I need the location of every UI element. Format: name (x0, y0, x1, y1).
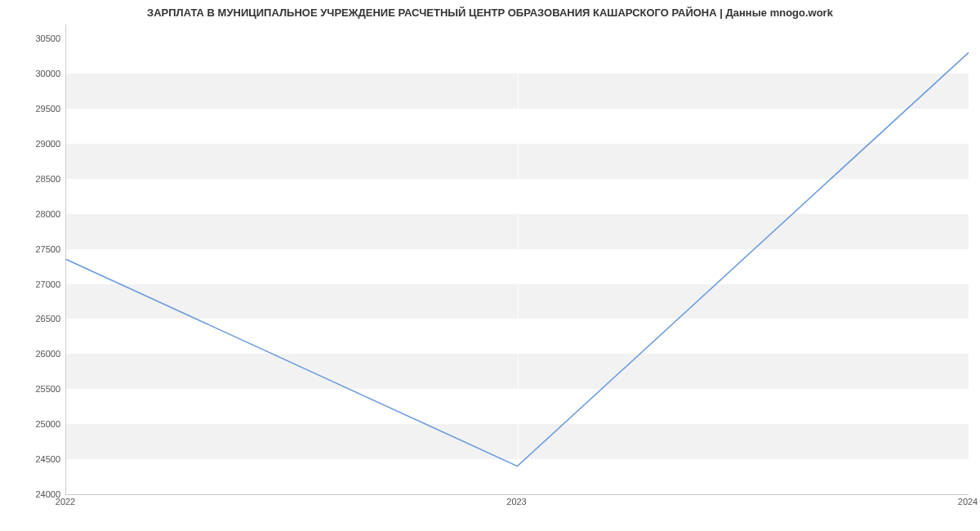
x-tick-label: 2022 (56, 497, 75, 506)
y-tick-label: 29500 (35, 104, 60, 114)
y-tick-label: 27500 (35, 244, 60, 254)
x-tick-label: 2023 (506, 497, 526, 506)
line-series (66, 25, 969, 494)
chart-container: ЗАРПЛАТА В МУНИЦИПАЛЬНОЕ УЧРЕЖДЕНИЕ РАСЧ… (0, 0, 980, 531)
data-line (66, 52, 969, 466)
y-tick-label: 25000 (35, 419, 60, 429)
y-tick-label: 30500 (35, 33, 60, 43)
y-tick-label: 26000 (35, 349, 60, 359)
y-tick-label: 26500 (35, 314, 60, 324)
y-tick-label: 30000 (35, 69, 60, 78)
y-tick-label: 24500 (35, 454, 60, 464)
y-tick-label: 28000 (35, 209, 60, 219)
y-tick-label: 29000 (35, 139, 60, 149)
plot-area (65, 25, 969, 495)
y-tick-label: 27000 (35, 279, 60, 289)
chart-title: ЗАРПЛАТА В МУНИЦИПАЛЬНОЕ УЧРЕЖДЕНИЕ РАСЧ… (0, 0, 980, 19)
x-tick-label: 2024 (958, 497, 978, 506)
y-tick-label: 25500 (35, 384, 60, 394)
y-tick-label: 28500 (35, 174, 60, 184)
